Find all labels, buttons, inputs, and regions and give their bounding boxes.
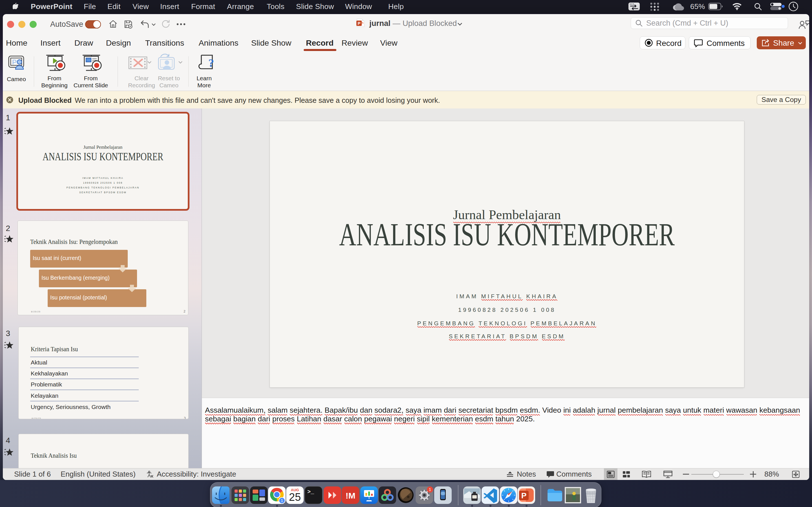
svg-text:!M: !M <box>346 491 356 500</box>
svg-text:1: 1 <box>429 487 431 492</box>
svg-text:25: 25 <box>289 491 301 503</box>
svg-text:?: ? <box>208 57 214 69</box>
svg-text:1: 1 <box>281 498 283 503</box>
svg-text:P: P <box>357 21 360 25</box>
svg-text:P: P <box>521 491 527 500</box>
svg-text:>_: >_ <box>307 489 314 495</box>
svg-text:P: P <box>12 58 17 66</box>
